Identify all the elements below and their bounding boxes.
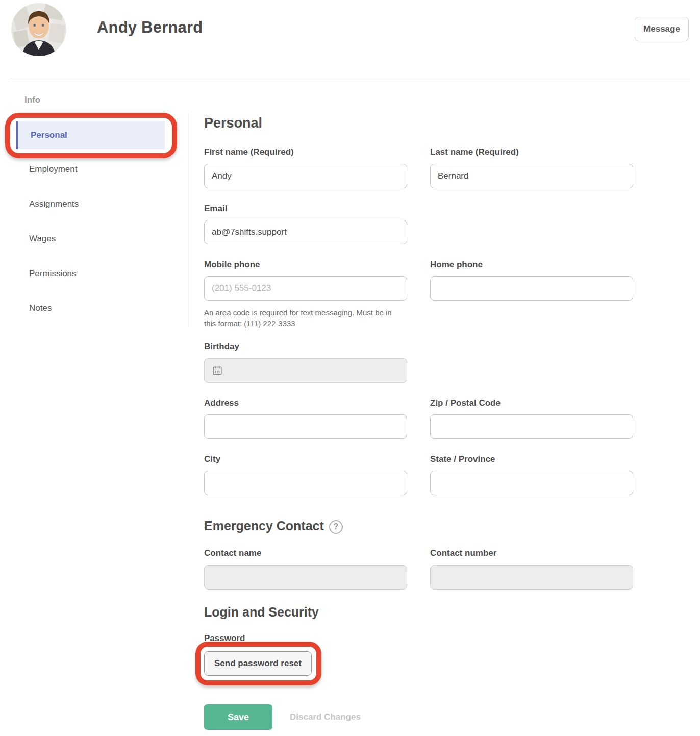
message-button[interactable]: Message [635,17,689,41]
address-label: Address [204,398,239,408]
contact-number-field [430,565,633,590]
first-name-field[interactable] [204,164,407,188]
home-phone-field[interactable] [430,276,633,301]
calendar-icon [212,365,223,376]
birthday-field[interactable] [204,358,407,383]
page-title: Andy Bernard [97,18,203,37]
email-label: Email [204,204,227,214]
sidebar-item-employment[interactable]: Employment [29,162,77,176]
password-label: Password [204,633,245,644]
avatar [11,3,66,56]
question-circle-icon[interactable]: ? [329,520,343,534]
login-security-heading: Login and Security [204,605,319,620]
discard-changes-button[interactable]: Discard Changes [290,704,361,730]
mobile-phone-help-text: An area code is required for text messag… [204,307,404,329]
email-field[interactable] [204,220,407,244]
city-field[interactable] [204,471,407,495]
section-title-personal: Personal [204,115,262,131]
emergency-contact-title: Emergency Contact [204,519,324,533]
last-name-label: Last name (Required) [430,147,519,157]
sidebar-section-label: Info [24,95,40,105]
sidebar-content-divider [188,114,188,327]
employee-profile-page: Andy Bernard Message Info Personal Emplo… [0,0,700,736]
sidebar-item-permissions[interactable]: Permissions [29,266,77,280]
city-label: City [204,454,220,464]
state-label: State / Province [430,454,495,464]
header-divider [10,78,690,78]
sidebar-item-assignments[interactable]: Assignments [29,197,79,211]
save-button[interactable]: Save [204,704,272,730]
address-field[interactable] [204,414,407,439]
contact-number-label: Contact number [430,548,496,558]
mobile-phone-field[interactable] [204,276,407,301]
last-name-field[interactable] [430,164,633,188]
birthday-label: Birthday [204,341,239,352]
zip-field[interactable] [430,414,633,439]
send-password-reset-button[interactable]: Send password reset [204,651,312,676]
sidebar-item-wages[interactable]: Wages [29,232,56,246]
emergency-contact-heading: Emergency Contact? [204,519,343,535]
sidebar-item-label: Personal [31,130,67,140]
contact-name-label: Contact name [204,548,261,558]
mobile-phone-label: Mobile phone [204,260,260,270]
sidebar-item-personal[interactable]: Personal [16,121,165,149]
sidebar-item-notes[interactable]: Notes [29,301,52,315]
zip-label: Zip / Postal Code [430,398,501,408]
contact-name-field [204,565,407,590]
home-phone-label: Home phone [430,260,483,270]
state-field[interactable] [430,471,633,495]
avatar-illustration [11,3,66,56]
first-name-label: First name (Required) [204,147,294,157]
